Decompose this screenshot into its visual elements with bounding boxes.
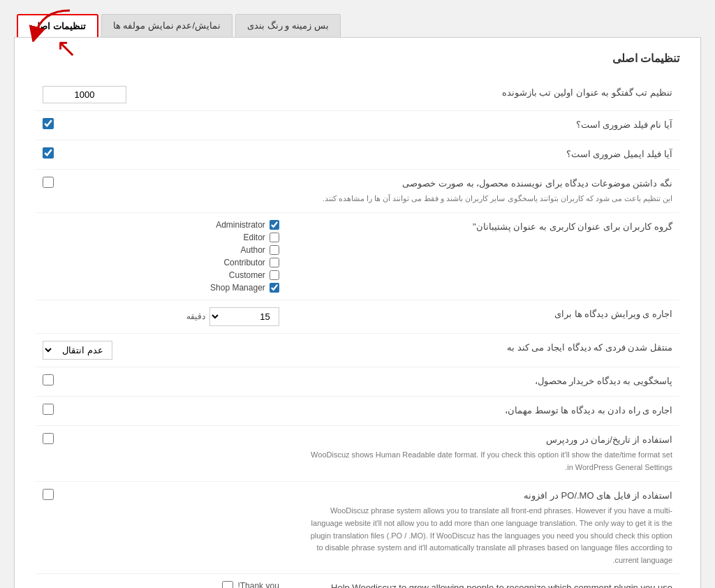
control-transfer_to: عدم انتقال <box>36 333 293 367</box>
label-thank_you: Help Woodiscuz to grow allowing people t… <box>293 574 679 588</box>
row-support_roles: گروه کاربران برای عنوان کاربری به عنوان … <box>36 212 679 300</box>
label-po_mo: استفاده از فایل های PO/.MO در افزونه Woo… <box>293 481 679 574</box>
role-label: Shop Manager <box>210 283 265 293</box>
label-first_tab: تنظیم تب گفتگو به عنوان اولین تب بازشوند… <box>293 79 679 111</box>
role-label: Customer <box>229 270 265 280</box>
role-checkbox-administrator[interactable] <box>270 220 279 230</box>
role-item-editor: Editor <box>43 233 279 242</box>
tab-tab3[interactable]: بس زمینه و رنگ بندی <box>235 14 340 37</box>
control-email_required <box>36 140 293 169</box>
label-transfer_to: منتقل شدن فردی که دیدگاه ایجاد می کند به <box>293 333 679 367</box>
control-name_required <box>36 111 293 140</box>
control-reply_buyer <box>36 367 293 396</box>
role-group: Administrator Editor Author Contributor … <box>43 220 279 293</box>
main-panel: تنظیمات اصلی تنظیم تب گفتگو به عنوان اول… <box>14 37 701 588</box>
role-checkbox-editor[interactable] <box>270 233 279 242</box>
label-name_required: آیا نام فیلد ضروری است؟ <box>293 111 679 140</box>
role-item-shop-manager: Shop Manager <box>43 283 279 293</box>
label-reply_buyer: پاسخگویی به دیدگاه خریدار محصول، <box>293 367 679 396</box>
row-name_required: آیا نام فیلد ضروری است؟ <box>36 111 679 140</box>
row-guest_rate: اجاره ی راه دادن به دیدگاه ها توسط مهمان… <box>36 396 679 425</box>
row-first_tab: تنظیم تب گفتگو به عنوان اولین تب بازشوند… <box>36 79 679 111</box>
tab-tab2[interactable]: نمایش/عدم نمایش مولفه ها <box>101 14 233 37</box>
row-transfer_to: منتقل شدن فردی که دیدگاه ایجاد می کند به… <box>36 333 679 367</box>
role-label: Administrator <box>216 220 265 230</box>
role-checkbox-customer[interactable] <box>270 270 279 280</box>
checkbox-po_mo[interactable] <box>43 489 54 500</box>
role-label: Contributor <box>223 258 265 267</box>
checkbox-private_topics[interactable] <box>43 177 54 188</box>
checkbox-email_required[interactable] <box>43 147 54 159</box>
row-private_topics: نگه داشتن موضوعات دیدگاه برای نویسنده مح… <box>36 169 679 212</box>
control-thank_you: Thank you! <box>36 574 293 588</box>
checkbox-name_required[interactable] <box>43 118 54 129</box>
control-date_format <box>36 425 293 481</box>
label-edit_lease: اجاره ی ویرایش دیدگاه ها برای <box>293 300 679 333</box>
role-item-administrator: Administrator <box>43 220 279 230</box>
select-transfer_to[interactable]: عدم انتقال <box>43 341 112 360</box>
input-first_tab[interactable] <box>43 86 126 103</box>
checkbox-guest_rate[interactable] <box>43 404 54 415</box>
label-private_topics: نگه داشتن موضوعات دیدگاه برای نویسنده مح… <box>293 169 679 212</box>
role-item-contributor: Contributor <box>43 258 279 267</box>
checkbox-reply_buyer[interactable] <box>43 374 54 385</box>
role-checkbox-shop-manager[interactable] <box>270 283 279 293</box>
label-guest_rate: اجاره ی راه دادن به دیدگاه ها توسط مهمان… <box>293 396 679 425</box>
row-reply_buyer: پاسخگویی به دیدگاه خریدار محصول، <box>36 367 679 396</box>
row-edit_lease: اجاره ی ویرایش دیدگاه ها برای 15 30 60 د… <box>36 300 679 333</box>
role-checkbox-contributor[interactable] <box>270 258 279 267</box>
control-support_roles: Administrator Editor Author Contributor … <box>36 212 293 300</box>
checkbox-thank_you[interactable] <box>222 581 233 588</box>
control-first_tab <box>36 79 293 111</box>
unit-label-edit_lease: دقیقه <box>186 311 205 321</box>
prefix-label-thank_you: Thank you! <box>237 581 279 588</box>
role-item-customer: Customer <box>43 270 279 280</box>
row-date_format: استفاده از تاریخ/زمان در وردپرس WooDiscu… <box>36 425 679 481</box>
control-guest_rate <box>36 396 293 425</box>
row-po_mo: استفاده از فایل های PO/.MO در افزونه Woo… <box>36 481 679 574</box>
row-email_required: آیا فیلد ایمیل ضروری است؟ <box>36 140 679 169</box>
label-support_roles: گروه کاربران برای عنوان کاربری به عنوان … <box>293 212 679 300</box>
section-title: تنظیمات اصلی <box>36 52 679 65</box>
arrow-svg <box>28 7 77 42</box>
control-private_topics <box>36 169 293 212</box>
role-checkbox-author[interactable] <box>270 245 279 255</box>
role-item-author: Author <box>43 245 279 255</box>
select-edit_lease[interactable]: 15 30 60 <box>209 307 279 326</box>
control-po_mo <box>36 481 293 574</box>
checkbox-date_format[interactable] <box>43 433 54 444</box>
role-label: Author <box>240 245 265 255</box>
role-label: Editor <box>243 233 265 242</box>
settings-table: تنظیم تب گفتگو به عنوان اولین تب بازشوند… <box>36 79 679 588</box>
row-thank_you: Help Woodiscuz to grow allowing people t… <box>36 574 679 588</box>
label-email_required: آیا فیلد ایمیل ضروری است؟ <box>293 140 679 169</box>
control-edit_lease: 15 30 60 دقیقه <box>36 300 293 333</box>
label-date_format: استفاده از تاریخ/زمان در وردپرس WooDiscu… <box>293 425 679 481</box>
